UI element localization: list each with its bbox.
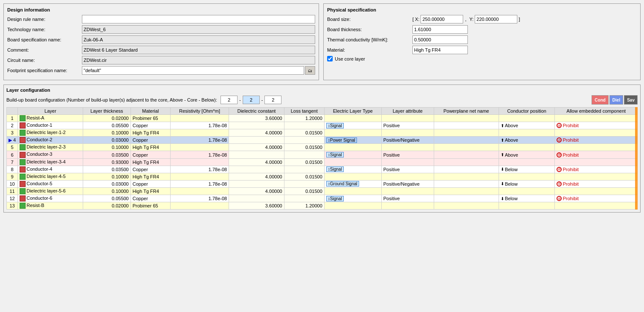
board-thickness-input[interactable]	[412, 25, 468, 34]
board-spec-row: Board specification name:	[7, 35, 315, 44]
layer-conductor-pos-cell	[499, 202, 555, 210]
browse-button[interactable]: 🗂	[305, 66, 315, 75]
circuit-input[interactable]	[82, 56, 315, 64]
table-row[interactable]: 13 Resist-B 0.02000 Probimer 65 3.60000 …	[7, 202, 638, 210]
cond-button[interactable]: Cond	[592, 95, 609, 105]
layer-resistivity-cell	[170, 158, 229, 166]
technology-input[interactable]	[82, 25, 315, 34]
table-row[interactable]: 8 Conductor-4 0.03500 Copper 1.78e-08 ↕S…	[7, 166, 638, 173]
row-num: 1	[7, 115, 18, 122]
thermal-input[interactable]	[412, 35, 468, 44]
table-row[interactable]: 1 Resist-A 0.02000 Probimer 65 3.60000 1…	[7, 115, 638, 122]
layer-conductor-pos-cell	[499, 173, 555, 180]
layer-conductor-pos-cell	[499, 158, 555, 166]
layer-powerplane-cell	[434, 187, 499, 195]
layer-material-cell: Copper	[131, 195, 170, 202]
row-num: 5	[7, 144, 18, 151]
buildup-sep2: -	[261, 97, 263, 102]
col-dielectric: Dielectric constant	[229, 108, 284, 115]
board-spec-input[interactable]	[82, 35, 315, 44]
layer-config-header: Layer configuration	[6, 87, 638, 93]
layer-name-cell: Dielectric layer-5-6	[18, 187, 83, 195]
layer-material-cell: High Tg FR4	[131, 187, 170, 195]
col-num	[7, 108, 18, 115]
layer-attr-cell: Positive	[381, 122, 434, 129]
table-row[interactable]: 6 Conductor-3 0.03500 Copper 1.78e-08 ↕S…	[7, 151, 638, 158]
row-num: 12	[7, 195, 18, 202]
comment-input[interactable]	[82, 46, 315, 54]
scrollbar-indicator	[635, 107, 638, 210]
physical-spec-header: Physical specification	[327, 7, 637, 12]
footprint-input[interactable]	[82, 66, 304, 75]
design-rule-input[interactable]	[82, 15, 315, 23]
row-num: ▶ 4	[7, 137, 18, 144]
layer-loss-cell	[284, 122, 324, 129]
layer-dielectric-cell: 4.00000	[229, 173, 284, 180]
design-rule-label: Design rule name:	[7, 17, 82, 22]
layer-thickness-cell: 0.03500	[83, 166, 131, 173]
layer-name-cell: Dielectric layer-3-4	[18, 158, 83, 166]
layer-thickness-cell: 0.03000	[83, 180, 131, 187]
layer-attr-cell: Positive	[381, 195, 434, 202]
layer-resistivity-cell	[170, 187, 229, 195]
layer-material-cell: High Tg FR4	[131, 173, 170, 180]
table-row[interactable]: 5 Dielectric layer-2-3 0.10000 High Tg F…	[7, 144, 638, 151]
layer-powerplane-cell	[434, 202, 499, 210]
table-row[interactable]: 3 Dielectric layer-1-2 0.10000 High Tg F…	[7, 129, 638, 137]
layer-loss-cell: 0.01500	[284, 129, 324, 137]
layer-allow-embedded-cell	[555, 129, 638, 137]
layer-material-cell: High Tg FR4	[131, 129, 170, 137]
layer-dielectric-cell: 4.00000	[229, 158, 284, 166]
layer-thickness-cell: 0.05500	[83, 122, 131, 129]
buildup-below-input[interactable]	[264, 96, 281, 104]
table-row[interactable]: ▶ 4 Conductor-2 0.03000 Copper 1.78e-08 …	[7, 137, 638, 144]
technology-label: Technology name:	[7, 27, 82, 32]
col-loss: Loss tangent	[284, 108, 324, 115]
layer-name-cell: Conductor-2	[18, 137, 83, 144]
buildup-core-input[interactable]	[243, 96, 260, 104]
layer-material-cell: Copper	[131, 180, 170, 187]
layer-resistivity-cell: 1.78e-08	[170, 151, 229, 158]
table-row[interactable]: 2 Conductor-1 0.05500 Copper 1.78e-08 ↕S…	[7, 122, 638, 129]
layer-electype-cell: ↕Power Signal	[324, 137, 381, 144]
layer-attr-cell	[381, 202, 434, 210]
layer-material-cell: Copper	[131, 151, 170, 158]
layer-attr-cell	[381, 144, 434, 151]
comma-sep: ,	[465, 17, 466, 22]
diel-button[interactable]: Diel	[609, 95, 623, 105]
layer-loss-cell: 1.20000	[284, 115, 324, 122]
table-row[interactable]: 12 Conductor-6 0.05500 Copper 1.78e-08 ↕…	[7, 195, 638, 202]
layer-attr-cell: Positive/Negative	[381, 180, 434, 187]
sav-button[interactable]: Sav	[624, 95, 638, 105]
layer-allow-embedded-cell	[555, 115, 638, 122]
layer-powerplane-cell	[434, 158, 499, 166]
layer-thickness-cell: 0.05500	[83, 195, 131, 202]
col-material: Material	[131, 108, 170, 115]
use-core-checkbox[interactable]	[327, 56, 333, 61]
table-row[interactable]: 9 Dielectric layer-4-5 0.10000 High Tg F…	[7, 173, 638, 180]
layer-dielectric-cell	[229, 151, 284, 158]
layer-dielectric-cell: 4.00000	[229, 129, 284, 137]
layer-allow-embedded-cell	[555, 202, 638, 210]
top-panels: Design information Design rule name: Tec…	[3, 3, 641, 80]
layer-powerplane-cell	[434, 166, 499, 173]
layer-resistivity-cell: 1.78e-08	[170, 122, 229, 129]
layer-name-cell: Dielectric layer-4-5	[18, 173, 83, 180]
board-size-label: Board size:	[327, 17, 412, 22]
layer-allow-embedded-cell	[555, 173, 638, 180]
buildup-above-input[interactable]	[220, 96, 238, 104]
layer-powerplane-cell	[434, 195, 499, 202]
material-input[interactable]	[412, 46, 468, 54]
layer-powerplane-cell	[434, 137, 499, 144]
board-size-x-input[interactable]	[421, 15, 463, 23]
layer-allow-embedded-cell	[555, 158, 638, 166]
table-row[interactable]: 10 Conductor-5 0.03000 Copper 1.78e-08 ↕…	[7, 180, 638, 187]
board-size-y-input[interactable]	[475, 15, 517, 23]
col-powerplane: Powerplane net name	[434, 108, 499, 115]
table-row[interactable]: 11 Dielectric layer-5-6 0.10000 High Tg …	[7, 187, 638, 195]
main-container: Design information Design rule name: Tec…	[0, 0, 644, 312]
layer-powerplane-cell	[434, 129, 499, 137]
layer-resistivity-cell	[170, 129, 229, 137]
table-row[interactable]: 7 Dielectric layer-3-4 0.93000 High Tg F…	[7, 158, 638, 166]
layer-loss-cell	[284, 151, 324, 158]
